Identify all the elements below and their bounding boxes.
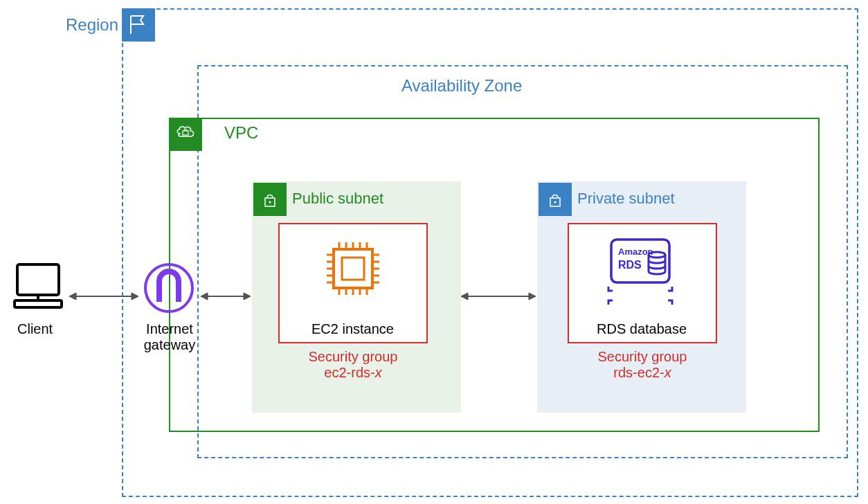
sg-pub-prefix: ec2-rds- xyxy=(324,365,374,380)
sg-priv-suffix: x xyxy=(664,365,671,380)
internet-gateway-icon xyxy=(143,262,195,314)
region-flag-icon xyxy=(122,8,155,42)
availability-zone-label: Availability Zone xyxy=(401,76,522,96)
sg-priv-title: Security group xyxy=(598,349,687,364)
svg-marker-37 xyxy=(132,293,138,300)
public-subnet-label: Public subnet xyxy=(292,190,383,208)
svg-rect-6 xyxy=(342,258,364,280)
svg-point-2 xyxy=(269,201,271,204)
svg-marker-40 xyxy=(244,293,251,300)
vpc-cloud-lock-icon xyxy=(169,118,202,151)
private-subnet-label: Private subnet xyxy=(577,190,675,208)
client-label: Client xyxy=(17,321,53,337)
public-subnet-lock-icon xyxy=(253,183,287,216)
rds-database-label: RDS database xyxy=(597,321,687,337)
svg-text:RDS: RDS xyxy=(618,259,642,271)
ec2-instance-label: EC2 instance xyxy=(311,321,394,337)
svg-rect-32 xyxy=(15,300,62,307)
vpc-label: VPC xyxy=(224,123,258,143)
svg-marker-39 xyxy=(201,293,208,300)
sg-pub-title: Security group xyxy=(309,349,398,364)
security-group-private-label: Security group rds-ec2-x xyxy=(568,349,717,381)
sg-pub-suffix: x xyxy=(375,365,382,380)
sg-priv-prefix: rds-ec2- xyxy=(613,365,664,380)
svg-point-4 xyxy=(554,201,557,204)
arrow-igw-ec2 xyxy=(201,292,251,300)
svg-rect-0 xyxy=(183,131,188,135)
security-group-public-label: Security group ec2-rds-x xyxy=(278,349,428,381)
svg-marker-42 xyxy=(461,293,468,300)
region-label: Region xyxy=(66,15,118,35)
arrow-client-igw xyxy=(69,292,138,300)
svg-marker-43 xyxy=(529,293,536,300)
internet-gateway-label: Internet gateway xyxy=(138,321,201,353)
ec2-chip-icon xyxy=(318,234,388,303)
svg-rect-5 xyxy=(334,249,372,288)
client-computer-icon xyxy=(10,259,66,314)
svg-rect-31 xyxy=(17,264,59,295)
aws-architecture-diagram: Region Availability Zone VPC Public subn… xyxy=(0,0,868,504)
rds-database-icon: Amazon RDS xyxy=(606,234,675,309)
arrow-ec2-rds xyxy=(461,292,536,300)
svg-marker-36 xyxy=(69,293,76,300)
private-subnet-lock-icon xyxy=(539,183,572,216)
